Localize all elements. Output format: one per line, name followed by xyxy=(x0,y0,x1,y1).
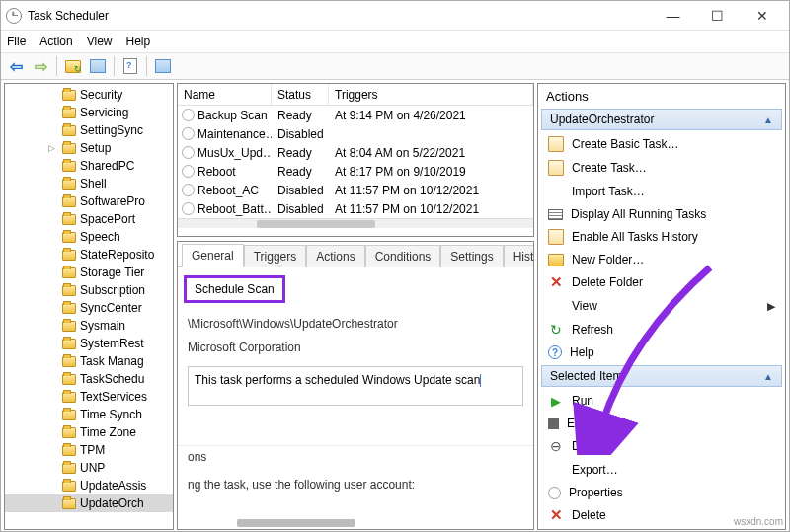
action-new-folder-[interactable]: New Folder… xyxy=(538,249,785,270)
tab-general[interactable]: General xyxy=(182,244,244,267)
col-name[interactable]: Name xyxy=(178,84,272,105)
tree-item-setup[interactable]: ▷Setup xyxy=(5,139,173,157)
action-help[interactable]: ?Help xyxy=(538,342,785,363)
task-row[interactable]: Backup ScanReadyAt 9:14 PM on 4/26/2021 xyxy=(178,106,533,124)
watermark: wsxdn.com xyxy=(734,516,783,527)
folder-icon xyxy=(62,108,76,118)
tree-item-tpm[interactable]: TPM xyxy=(5,441,173,459)
task-icon xyxy=(182,127,195,140)
tree-view[interactable]: SecurityServicingSettingSync▷SetupShared… xyxy=(4,83,174,530)
tree-label: UNP xyxy=(80,461,105,475)
tree-label: Servicing xyxy=(80,106,128,119)
separator xyxy=(56,56,57,76)
actions-group-orchestrator[interactable]: UpdateOrchestrator ▲ xyxy=(541,109,782,130)
task-row[interactable]: Reboot_ACDisabledAt 11:57 PM on 10/12/20… xyxy=(178,181,533,199)
tab-triggers[interactable]: Triggers xyxy=(244,245,307,267)
folder-icon xyxy=(62,321,76,332)
actions-group-selected[interactable]: Selected Item ▲ xyxy=(541,365,782,387)
tab-history[interactable]: Hist xyxy=(504,245,534,267)
action-disable[interactable]: ⊖Disable xyxy=(538,434,785,458)
task-status: Ready xyxy=(272,109,329,122)
tree-item-speech[interactable]: Speech xyxy=(5,228,173,246)
tree-item-time-synch[interactable]: Time Synch xyxy=(5,406,173,423)
tab-settings[interactable]: Settings xyxy=(440,245,503,267)
action-export-[interactable]: Export… xyxy=(538,458,785,482)
task-status: Disabled xyxy=(272,127,329,141)
grid-header: Name Status Triggers xyxy=(178,84,533,106)
tree-item-updateorch[interactable]: UpdateOrch xyxy=(5,494,173,512)
tree-label: SettingSync xyxy=(80,123,143,137)
tree-item-systemrest[interactable]: SystemRest xyxy=(5,335,173,352)
minimize-button[interactable]: — xyxy=(651,2,695,30)
maximize-button[interactable]: ☐ xyxy=(695,2,740,30)
separator xyxy=(146,56,147,76)
task-grid[interactable]: Name Status Triggers Backup ScanReadyAt … xyxy=(177,83,534,237)
tree-item-security[interactable]: Security xyxy=(5,86,173,104)
action-create-basic-task-[interactable]: Create Basic Task… xyxy=(538,132,785,156)
tab-actions[interactable]: Actions xyxy=(306,245,364,267)
col-status[interactable]: Status xyxy=(272,84,329,105)
tree-item-taskschedu[interactable]: TaskSchedu xyxy=(5,370,173,388)
col-triggers[interactable]: Triggers xyxy=(329,84,533,105)
toolbar: ⇦ ⇨ xyxy=(1,52,789,80)
task-row[interactable]: MusUx_Upd…ReadyAt 8:04 AM on 5/22/2021 xyxy=(178,143,533,162)
folder-icon xyxy=(62,445,76,456)
help-button[interactable] xyxy=(119,55,141,77)
task-description-field[interactable]: This task performs a scheduled Windows U… xyxy=(188,366,523,406)
tree-item-subscription[interactable]: Subscription xyxy=(5,281,173,299)
action-run[interactable]: ▶Run xyxy=(538,389,785,413)
task-triggers: At 9:14 PM on 4/26/2021 xyxy=(329,109,533,122)
action-enable-all-tasks-history[interactable]: Enable All Tasks History xyxy=(538,225,785,249)
action-import-task-[interactable]: Import Task… xyxy=(538,180,785,203)
tree-item-statereposito[interactable]: StateReposito xyxy=(5,246,173,264)
tree-item-textservices[interactable]: TextServices xyxy=(5,388,173,406)
action-create-task-[interactable]: Create Task… xyxy=(538,156,785,180)
menubar: File Action View Help xyxy=(1,31,789,52)
close-button[interactable]: ✕ xyxy=(740,2,784,30)
folder-icon xyxy=(62,410,76,420)
menu-file[interactable]: File xyxy=(7,35,26,48)
tree-item-spaceport[interactable]: SpacePort xyxy=(5,210,173,228)
action-delete-folder[interactable]: ✕Delete Folder xyxy=(538,270,785,294)
task-status: Disabled xyxy=(272,202,329,216)
menu-action[interactable]: Action xyxy=(40,35,72,48)
tree-item-settingsync[interactable]: SettingSync xyxy=(5,121,173,139)
folder-icon xyxy=(62,232,76,243)
tree-item-sharedpc[interactable]: SharedPC xyxy=(5,157,173,175)
detail-h-scrollbar[interactable] xyxy=(237,519,356,527)
tree-item-time-zone[interactable]: Time Zone xyxy=(5,423,173,441)
action-display-all-running-tasks[interactable]: Display All Running Tasks xyxy=(538,203,785,225)
tree-item-shell[interactable]: Shell xyxy=(5,175,173,192)
action-view[interactable]: View▶ xyxy=(538,294,785,318)
tab-conditions[interactable]: Conditions xyxy=(365,245,441,267)
tree-label: TPM xyxy=(80,443,105,457)
properties-button[interactable] xyxy=(87,55,109,77)
task-row[interactable]: Maintenance…Disabled xyxy=(178,124,533,143)
tree-item-sysmain[interactable]: Sysmain xyxy=(5,317,173,335)
tree-item-softwarepro[interactable]: SoftwarePro xyxy=(5,192,173,210)
h-scrollbar[interactable] xyxy=(178,218,533,228)
app-icon xyxy=(6,8,22,24)
tree-item-updateassis[interactable]: UpdateAssis xyxy=(5,477,173,494)
tree-item-task-manag[interactable]: Task Manag xyxy=(5,352,173,370)
menu-help[interactable]: Help xyxy=(126,35,151,48)
nav-back-button[interactable]: ⇦ xyxy=(5,55,27,77)
action-refresh[interactable]: ↻Refresh xyxy=(538,318,785,342)
nav-forward-button[interactable]: ⇨ xyxy=(30,55,51,77)
tree-item-servicing[interactable]: Servicing xyxy=(5,104,173,121)
task-row[interactable]: RebootReadyAt 8:17 PM on 9/10/2019 xyxy=(178,162,533,181)
tree-item-storage-tier[interactable]: Storage Tier xyxy=(5,264,173,281)
task-row[interactable]: Reboot_Batt…DisabledAt 11:57 PM on 10/12… xyxy=(178,199,533,218)
action-properties[interactable]: Properties xyxy=(538,482,785,503)
menu-view[interactable]: View xyxy=(87,35,113,48)
action-label: Properties xyxy=(569,486,623,499)
tree-item-synccenter[interactable]: SyncCenter xyxy=(5,299,173,317)
task-icon xyxy=(182,165,195,178)
up-folder-button[interactable] xyxy=(62,55,84,77)
tree-item-unp[interactable]: UNP xyxy=(5,459,173,477)
action-end[interactable]: End xyxy=(538,413,785,434)
view-button[interactable] xyxy=(152,55,174,77)
delete-icon: ✕ xyxy=(548,274,564,290)
tree-label: SoftwarePro xyxy=(80,194,145,208)
arrow-left-icon: ⇦ xyxy=(10,57,23,76)
